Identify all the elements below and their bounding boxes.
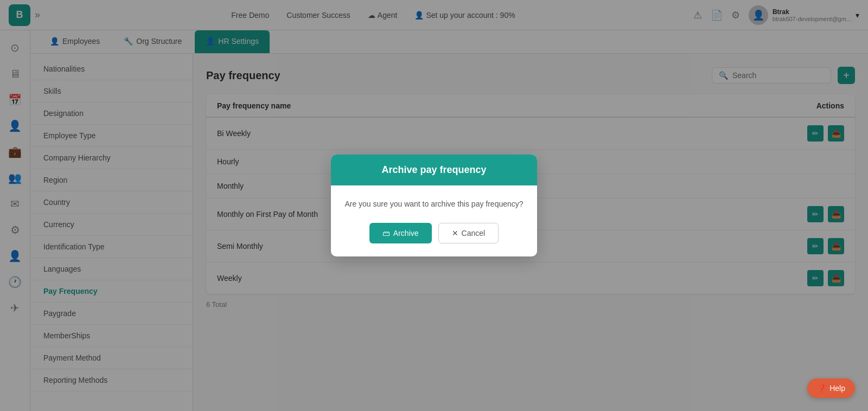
archive-modal: Archive pay frequency Are you sure you w… [331, 155, 537, 256]
archive-confirm-button[interactable]: 🗃 Archive [369, 223, 432, 243]
help-icon: ❓ [817, 384, 826, 393]
cancel-button[interactable]: ✕ Cancel [438, 223, 499, 243]
cancel-btn-icon: ✕ [452, 229, 458, 237]
archive-btn-icon: 🗃 [382, 229, 390, 237]
modal-overlay: Archive pay frequency Are you sure you w… [0, 0, 868, 411]
help-button[interactable]: ❓ Help [807, 378, 855, 398]
modal-actions: 🗃 Archive ✕ Cancel [331, 223, 537, 256]
modal-header: Archive pay frequency [331, 155, 537, 185]
modal-body: Are you sure you want to archive this pa… [331, 185, 537, 223]
